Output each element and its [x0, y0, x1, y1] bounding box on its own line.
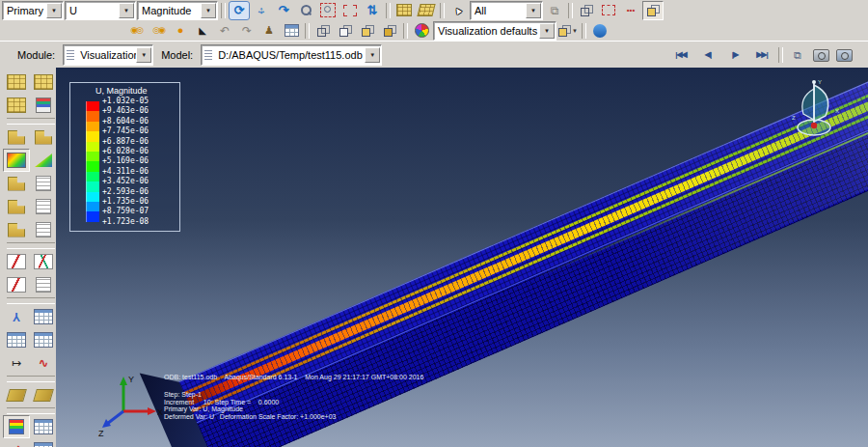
- pointer-tool-button[interactable]: ◣: [192, 21, 213, 41]
- contour-plot-tool[interactable]: [3, 149, 30, 172]
- first-frame-button[interactable]: |◀◀: [668, 46, 693, 64]
- xy-chart-tool[interactable]: [3, 250, 30, 273]
- report-options-tool[interactable]: [30, 438, 57, 447]
- render-hidden-button[interactable]: [335, 21, 356, 41]
- result-position-combo-value: Primary: [3, 5, 46, 16]
- toolbox-row: [3, 172, 59, 195]
- chevron-down-icon[interactable]: ▼: [201, 3, 216, 18]
- separator: [386, 3, 391, 18]
- pan-view-button[interactable]: [251, 1, 272, 20]
- legend: U, Magnitude +1.032e-05+9.463e-06+8.604e…: [69, 82, 180, 232]
- frame-selector-button[interactable]: [787, 45, 808, 65]
- manipulate-view-button[interactable]: [642, 1, 664, 20]
- separator: [582, 23, 586, 39]
- plot-undeformed-tool[interactable]: [3, 126, 30, 149]
- render-shaded-button[interactable]: [357, 21, 378, 41]
- field-output-tool[interactable]: [3, 94, 30, 117]
- rotate-view-button[interactable]: ↷: [273, 1, 294, 20]
- contour-options-icon: [35, 154, 52, 167]
- color-code-palette-button[interactable]: [411, 21, 432, 41]
- cycle-views-icon: ⇅: [367, 4, 378, 16]
- render-filled-button[interactable]: [379, 21, 400, 41]
- curve-tool[interactable]: ∿: [30, 351, 57, 375]
- legend-tick-value: +8.759e-07: [102, 207, 149, 216]
- superimpose-plot-button[interactable]: [125, 21, 147, 41]
- shaded-sphere-button[interactable]: ●: [170, 21, 191, 41]
- magnify-view-button[interactable]: [295, 1, 316, 20]
- select-cursor-button[interactable]: [448, 1, 469, 20]
- field-variable-combo-value: U: [66, 5, 119, 16]
- result-position-combo[interactable]: Primary▼: [2, 1, 64, 20]
- cycle-views-button[interactable]: ⇅: [362, 1, 383, 20]
- legend-color-band: [86, 192, 99, 202]
- next-frame-button[interactable]: |▶: [722, 46, 747, 64]
- chevron-down-icon[interactable]: ▼: [526, 3, 541, 18]
- data-table-tool[interactable]: [30, 328, 57, 351]
- edit-points-button[interactable]: [620, 1, 641, 20]
- viewport-canvas[interactable]: U, Magnitude +1.032e-05+9.463e-06+8.604e…: [56, 68, 868, 447]
- contour-options-tool[interactable]: [30, 149, 57, 172]
- invariant-combo[interactable]: Magnitude▼: [137, 1, 218, 20]
- xy-curves-tool[interactable]: [30, 250, 57, 273]
- deformed-shape-tool[interactable]: [3, 218, 30, 241]
- probe-values-button[interactable]: ♟: [258, 21, 280, 41]
- create-path-tool[interactable]: Y: [3, 305, 30, 328]
- plot-options-tool[interactable]: [30, 218, 57, 241]
- movie-button[interactable]: [833, 45, 854, 65]
- render-wireframe-button[interactable]: [312, 21, 334, 41]
- stream-tool[interactable]: ⇄: [3, 438, 30, 447]
- zoom-box-button[interactable]: [317, 1, 339, 20]
- path-table-tool[interactable]: [30, 305, 57, 328]
- position-marker-tool[interactable]: ↦: [3, 351, 30, 375]
- symbol-options-tool[interactable]: [30, 172, 57, 195]
- fit-view-button[interactable]: [339, 1, 361, 20]
- query-table-button[interactable]: [281, 21, 302, 41]
- frame-selector-tool[interactable]: [3, 70, 30, 94]
- refresh-plot-button[interactable]: ⟳: [229, 1, 250, 20]
- previous-frame-button[interactable]: ◀|: [695, 46, 720, 64]
- orientation-plot-tool[interactable]: [3, 195, 30, 218]
- chevron-down-icon[interactable]: ▼: [539, 23, 555, 39]
- animation-options-tool[interactable]: [30, 70, 57, 94]
- create-xy-data-tool[interactable]: [3, 273, 30, 296]
- selection-filter-combo[interactable]: All▼: [470, 1, 543, 20]
- truss-display-button[interactable]: [416, 1, 437, 20]
- overlay-plot-button[interactable]: [148, 21, 169, 41]
- xy-options-tool[interactable]: [30, 273, 57, 296]
- ladder-display-button[interactable]: [393, 1, 415, 20]
- chevron-down-icon[interactable]: ▼: [46, 3, 62, 18]
- plot-deformed-tool[interactable]: [30, 126, 57, 149]
- redo-button[interactable]: ↷: [236, 21, 258, 41]
- view-compass[interactable]: Y X Z: [784, 77, 844, 143]
- snapshot-button[interactable]: [810, 45, 831, 65]
- separator: [7, 297, 55, 304]
- separator: [7, 118, 55, 125]
- legend-color-band: [86, 202, 99, 211]
- model-combo[interactable]: D:/ABAQUS/Temp/test115.odb▼: [201, 44, 382, 66]
- select-region-button[interactable]: [598, 1, 619, 20]
- free-body-cut-tool[interactable]: [3, 383, 30, 406]
- xy-data-table-tool[interactable]: [3, 328, 30, 351]
- legend-tick-value: +7.745e-06: [102, 126, 149, 136]
- table-report-tool[interactable]: [30, 415, 57, 438]
- color-code-combo[interactable]: Visualization defaults▼: [433, 21, 556, 41]
- chevron-down-icon[interactable]: ▼: [119, 3, 134, 18]
- copy-viewport-button[interactable]: ⧉: [544, 1, 565, 20]
- orientation-options-tool[interactable]: [30, 195, 57, 218]
- query-table-icon: [285, 24, 299, 37]
- color-cube-dropdown[interactable]: ▼: [557, 21, 579, 41]
- module-combo[interactable]: Visualization▼: [63, 44, 153, 66]
- chevron-down-icon[interactable]: ▼: [136, 47, 151, 63]
- info-button[interactable]: [589, 21, 610, 41]
- legend-tick-value: +6.887e-06: [102, 137, 149, 147]
- symbol-plot-tool[interactable]: [3, 172, 30, 195]
- last-frame-button[interactable]: ▶▶|: [749, 46, 774, 64]
- section-points-tool[interactable]: [30, 94, 57, 117]
- chevron-down-icon[interactable]: ▼: [365, 47, 380, 63]
- field-variable-combo[interactable]: U▼: [65, 1, 136, 20]
- undo-button[interactable]: ↶: [214, 21, 235, 41]
- view-cut-tool[interactable]: [30, 383, 57, 406]
- legend-options-tool[interactable]: [3, 415, 30, 438]
- wireframe-box-button[interactable]: [576, 1, 597, 20]
- legend-color-band: [86, 142, 99, 152]
